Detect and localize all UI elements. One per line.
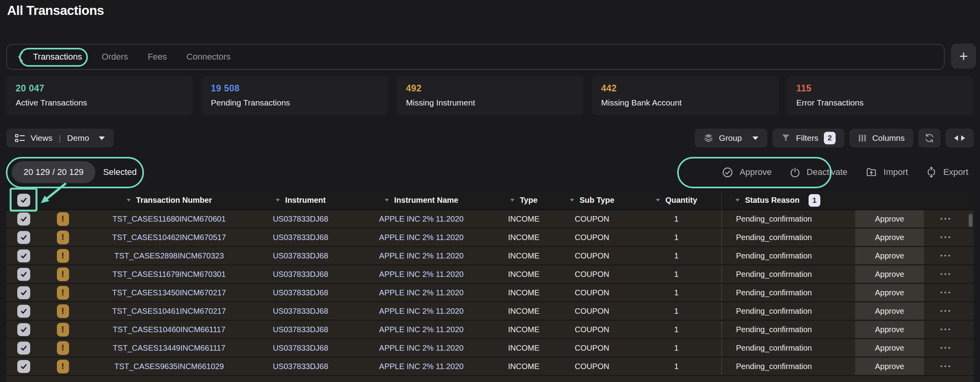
table-row[interactable]: ! TST_CASES13450INCM670217 US037833DJ68 … [6,284,974,302]
row-checkbox[interactable] [17,360,30,373]
tab-transactions[interactable]: Transactions [33,52,82,62]
row-menu-button[interactable]: ••• [924,247,968,264]
row-approve-button[interactable]: Approve [855,210,924,227]
sort-caret-icon[interactable] [275,198,280,202]
toolbar-right: Group Filters 2 Columns [695,129,974,147]
transaction-number-link[interactable]: TST_CASES11680INCM670601 [85,210,253,227]
row-menu-button[interactable]: ••• [924,210,968,227]
tab-connectors[interactable]: Connectors [186,52,231,62]
sort-caret-icon[interactable] [126,198,131,202]
transaction-number-link[interactable]: TST_CASES11679INCM670301 [85,266,253,283]
column-header-transaction-number[interactable]: Transaction Number [85,191,253,209]
filters-button[interactable]: Filters 2 [772,129,844,147]
column-header-sub-type[interactable]: Sub Type [552,191,632,209]
row-menu-button[interactable]: ••• [924,339,968,357]
row-checkbox[interactable] [17,286,30,299]
transaction-number-link[interactable]: TST_CASES10462INCM670517 [85,229,253,246]
tab-fees[interactable]: Fees [148,52,167,62]
instrument-name-link[interactable]: APPLE INC 2% 11.2020 [348,247,495,264]
row-checkbox[interactable] [17,323,30,336]
row-approve-button[interactable]: Approve [855,339,924,357]
table-row[interactable]: ! TST_CASES9635INCM661029 US037833DJ68 A… [6,358,974,376]
group-button[interactable]: Group [695,129,767,147]
row-approve-button[interactable]: Approve [855,247,924,264]
row-approve-button[interactable]: Approve [855,266,924,283]
row-menu-button[interactable]: ••• [924,321,968,338]
transaction-number-link[interactable]: TST_CASES9635INCM661029 [85,358,253,375]
row-checkbox[interactable] [17,249,30,262]
transaction-number-link[interactable]: TST_CASES2898INCM670323 [85,247,253,264]
row-approve-button[interactable]: Approve [855,302,924,320]
table-row[interactable]: ! TST_CASES10461INCM670217 US037833DJ68 … [6,302,974,321]
row-approve-button[interactable]: Approve [855,284,924,301]
sort-caret-icon[interactable] [735,198,740,202]
table-row[interactable]: ! TST_CASES13449INCM661117 US037833DJ68 … [6,339,974,358]
instrument-name-link[interactable]: APPLE INC 2% 11.2020 [348,266,495,283]
select-all-checkbox[interactable] [17,194,30,207]
instrument-name-link[interactable]: APPLE INC 2% 11.2020 [348,284,495,301]
instrument-link[interactable]: US037833DJ68 [253,339,348,357]
transaction-number-link[interactable]: TST_CASES13449INCM661117 [85,339,253,357]
export-button[interactable]: Export [926,166,968,178]
deactivate-button[interactable]: Deactivate [790,167,847,178]
columns-button[interactable]: Columns [849,129,913,147]
instrument-link[interactable]: US037833DJ68 [253,247,348,264]
instrument-name-link[interactable]: APPLE INC 2% 11.2020 [348,229,495,246]
column-header-quantity[interactable]: Quantity [632,191,721,209]
row-approve-button[interactable]: Approve [855,321,924,338]
transaction-number-link[interactable]: TST_CASES10461INCM670217 [85,302,253,320]
views-dropdown[interactable]: Views | Demo [6,129,114,147]
transaction-number-link[interactable]: TST_CASES13450INCM670217 [85,284,253,301]
table-row[interactable]: ! TST_CASES10462INCM670517 US037833DJ68 … [6,229,974,247]
row-menu-button[interactable]: ••• [924,229,968,246]
row-menu-button[interactable]: ••• [924,302,968,320]
instrument-link[interactable]: US037833DJ68 [253,229,348,246]
sort-caret-icon[interactable] [384,198,389,202]
column-header-instrument[interactable]: Instrument [253,191,348,209]
row-warning-cell: ! [41,358,85,375]
add-tab-button[interactable]: + [951,44,976,69]
sort-caret-icon[interactable] [510,198,515,202]
table-row[interactable]: ! TST_CASES10460INCM661117 US037833DJ68 … [6,321,974,339]
import-button[interactable]: Import [865,167,908,178]
pagination-arrows[interactable] [945,129,974,147]
tabs-scroll-left-icon[interactable] [17,51,24,62]
instrument-link[interactable]: US037833DJ68 [253,284,348,301]
header-approve-cell [855,191,924,209]
instrument-name-link[interactable]: APPLE INC 2% 11.2020 [348,302,495,320]
table-row[interactable]: ! TST_CASES2898INCM670323 US037833DJ68 A… [6,247,974,266]
instrument-name-link[interactable]: APPLE INC 2% 11.2020 [348,339,495,357]
row-checkbox[interactable] [17,268,30,281]
sort-caret-icon[interactable] [570,198,574,202]
refresh-button[interactable] [918,129,940,147]
instrument-name-link[interactable]: APPLE INC 2% 11.2020 [348,210,495,227]
columns-icon [858,133,867,143]
instrument-link[interactable]: US037833DJ68 [253,358,348,375]
column-header-type[interactable]: Type [495,191,552,209]
row-menu-button[interactable]: ••• [924,266,968,283]
instrument-name-link[interactable]: APPLE INC 2% 11.2020 [348,358,495,375]
sort-caret-icon[interactable] [656,198,660,202]
column-header-instrument-name[interactable]: Instrument Name [348,191,495,209]
table-row[interactable]: ! TST_CASES11679INCM670301 US037833DJ68 … [6,266,974,284]
instrument-link[interactable]: US037833DJ68 [253,266,348,283]
row-checkbox[interactable] [17,305,30,318]
row-menu-button[interactable]: ••• [924,358,968,375]
row-checkbox[interactable] [17,231,30,244]
approve-button[interactable]: Approve [722,167,772,178]
vertical-scrollbar-thumb[interactable] [969,214,973,227]
row-checkbox[interactable] [17,342,30,355]
tab-orders[interactable]: Orders [102,52,128,62]
instrument-link[interactable]: US037833DJ68 [253,302,348,320]
instrument-name-link[interactable]: APPLE INC 2% 11.2020 [348,321,495,338]
transaction-number-link[interactable]: TST_CASES10460INCM661117 [85,321,253,338]
row-approve-button[interactable]: Approve [855,358,924,375]
instrument-link[interactable]: US037833DJ68 [253,321,348,338]
row-menu-button[interactable]: ••• [924,284,968,301]
row-approve-button[interactable]: Approve [855,229,924,246]
row-checkbox[interactable] [17,213,30,226]
instrument-link[interactable]: US037833DJ68 [253,210,348,227]
type-cell: INCOME [495,302,552,320]
table-row[interactable]: ! TST_CASES11680INCM670601 US037833DJ68 … [6,210,974,229]
column-header-status-reason[interactable]: Status Reason 1 [721,191,855,209]
